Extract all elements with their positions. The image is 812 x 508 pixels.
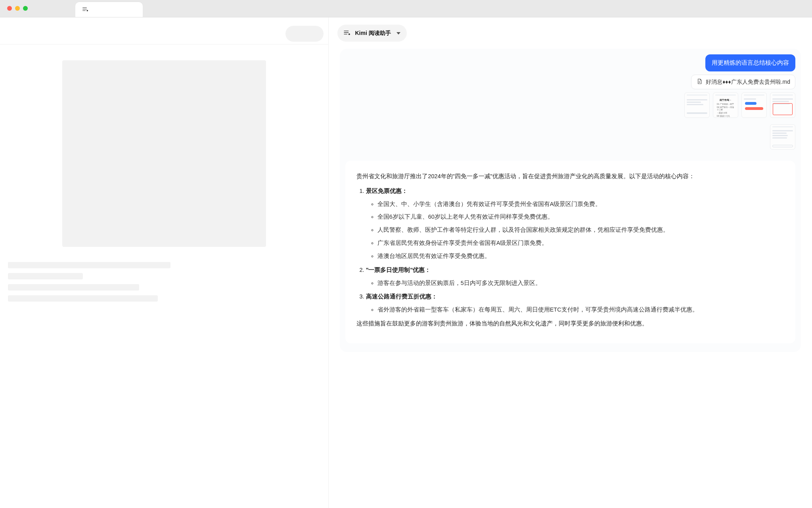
- window-close-button[interactable]: [7, 6, 12, 11]
- chevron-down-icon: [396, 32, 400, 35]
- answer-intro: 贵州省文化和旅游厅推出了2024年的"四免一多一减"优惠活动，旨在促进贵州旅游产…: [356, 171, 784, 182]
- section-1-bullet-5: 港澳台地区居民凭有效证件享受免费优惠。: [377, 251, 784, 262]
- chat-header: Kimi 阅读助手: [329, 17, 812, 49]
- file-icon: [696, 78, 703, 86]
- assistant-name: Kimi 阅读助手: [355, 30, 391, 37]
- answer-sections: 景区免票优惠 全国大、中、小学生（含港澳台）凭有效证件可享受贵州全省国有A级景区…: [356, 186, 784, 315]
- document-text-placeholder: [0, 254, 328, 302]
- answer-section-1: 景区免票优惠 全国大、中、小学生（含港澳台）凭有效证件可享受贵州全省国有A级景区…: [366, 186, 784, 262]
- document-pane-header: [0, 23, 328, 44]
- conversation-scroll[interactable]: 用更精炼的语言总结核心内容 好消息♦♦♦广东人免费去贵州啦.md: [329, 49, 812, 508]
- section-1-title: 景区免票优惠: [366, 188, 408, 194]
- answer-outro: 这些措施旨在鼓励更多的游客到贵州旅游，体验当地的自然风光和文化遗产，同时享受更多…: [356, 318, 784, 329]
- image-thumbnail-3[interactable]: [741, 92, 767, 118]
- attached-file-chip[interactable]: 好消息♦♦♦广东人免费去贵州啦.md: [691, 75, 795, 89]
- window-titlebar: [0, 0, 812, 17]
- section-2-title: "一票多日使用制"优惠: [366, 267, 431, 273]
- section-1-bullet-4: 广东省居民凭有效身份证件享受贵州全省国有A级景区门票免费。: [377, 238, 784, 248]
- conversation-inner: 用更精炼的语言总结核心内容 好消息♦♦♦广东人免费去贵州啦.md: [340, 49, 801, 352]
- svg-point-0: [86, 10, 88, 11]
- image-thumbnail-5[interactable]: [770, 124, 795, 150]
- image-thumbnail-1[interactable]: [684, 92, 710, 118]
- image-thumbnail-4[interactable]: [770, 92, 795, 118]
- answer-section-3: 高速公路通行费五折优惠 省外游客的外省籍一型客车（私家车）在每周五、周六、周日使…: [366, 291, 784, 315]
- header-action-placeholder[interactable]: [285, 26, 324, 42]
- assistant-selector[interactable]: Kimi 阅读助手: [337, 25, 406, 42]
- window-controls: [7, 0, 28, 17]
- section-1-bullet-2: 全国6岁以下儿童、60岁以上老年人凭有效证件同样享受免费优惠。: [377, 212, 784, 222]
- document-preview-placeholder: [62, 60, 266, 247]
- window-zoom-button[interactable]: [23, 6, 28, 11]
- window-minimize-button[interactable]: [15, 6, 20, 11]
- attached-file-name: 好消息♦♦♦广东人免费去贵州啦.md: [706, 79, 790, 86]
- assistant-logo-icon: [343, 29, 351, 38]
- app-logo-icon: [82, 6, 89, 14]
- assistant-answer: 贵州省文化和旅游厅推出了2024年的"四免一多一减"优惠活动，旨在促进贵州旅游产…: [345, 161, 795, 343]
- thumb2-title: 南宁自驾→: [715, 98, 736, 102]
- answer-section-2: "一票多日使用制"优惠 游客在参与活动的景区购票后，5日内可多次无限制进入景区。: [366, 265, 784, 289]
- app-body: Kimi 阅读助手 用更精炼的语言总结核心内容: [0, 17, 812, 508]
- document-pane: [0, 17, 329, 508]
- section-1-bullet-1: 全国大、中、小学生（含港澳台）凭有效证件可享受贵州全省国有A级景区门票免费。: [377, 199, 784, 210]
- image-thumbnail-2[interactable]: 南宁自驾→ D1 广州高铁→南宁 D2 南宁租车→河池小三峡 →荔波 古镇 D3…: [713, 92, 738, 118]
- section-1-bullet-3: 人民警察、教师、医护工作者等特定行业人群，以及符合国家相关政策规定的群体，凭相应…: [377, 225, 784, 235]
- chat-pane: Kimi 阅读助手 用更精炼的语言总结核心内容: [329, 17, 812, 508]
- browser-tab[interactable]: [75, 2, 143, 17]
- user-message-text: 用更精炼的语言总结核心内容: [712, 59, 789, 66]
- svg-point-1: [349, 33, 350, 35]
- section-3-title: 高速公路通行费五折优惠: [366, 293, 437, 300]
- user-message-bubble: 用更精炼的语言总结核心内容: [705, 54, 795, 71]
- user-message-block: 用更精炼的语言总结核心内容 好消息♦♦♦广东人免费去贵州啦.md: [345, 54, 795, 150]
- section-2-bullet-1: 游客在参与活动的景区购票后，5日内可多次无限制进入景区。: [377, 278, 784, 289]
- attached-image-thumbnails: 南宁自驾→ D1 广州高铁→南宁 D2 南宁租车→河池小三峡 →荔波 古镇 D3…: [684, 92, 795, 118]
- section-3-bullet-1: 省外游客的外省籍一型客车（私家车）在每周五、周六、周日使用ETC支付时，可享受贵…: [377, 304, 784, 315]
